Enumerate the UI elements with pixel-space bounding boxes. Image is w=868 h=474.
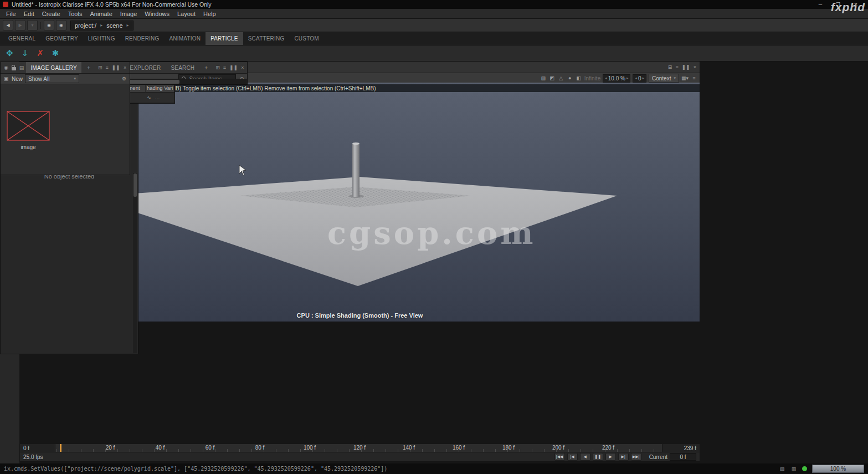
menu-edit[interactable]: Edit	[20, 10, 38, 18]
tick-label: 220 f	[602, 445, 614, 451]
col-shading-variables[interactable]: hading Vari	[146, 84, 174, 92]
breadcrumb-project[interactable]: project:/	[75, 22, 96, 29]
tab-rendering[interactable]: RENDERING	[120, 32, 165, 45]
close-panel-icon[interactable]: ×	[240, 62, 245, 73]
layout-split-icon[interactable]: ❚❚	[681, 62, 691, 73]
panel-lock-icon[interactable]	[11, 62, 17, 73]
show-filter-dropdown[interactable]: Show All▾	[25, 74, 79, 83]
particle-delete-tool-icon[interactable]: ✗	[37, 48, 44, 58]
layout-grid-icon[interactable]: ⊞	[667, 62, 674, 73]
tab-particle[interactable]: PARTICLE	[206, 32, 243, 45]
particle-move-tool-icon[interactable]: ✥	[6, 48, 13, 58]
layout-grid-icon[interactable]: ⊞	[214, 62, 221, 73]
status-bar: ix.cmds.SetValues(["project://scene/poly…	[0, 463, 868, 474]
tab-geometry[interactable]: GEOMETRY	[40, 32, 83, 45]
new-image-button[interactable]: New	[12, 76, 23, 82]
tab-search[interactable]: SEARCH	[166, 62, 199, 73]
tab-explorer[interactable]: EXPLORER	[125, 62, 165, 73]
cylinder-object[interactable]	[352, 144, 359, 197]
image-gallery-body: image	[1, 84, 130, 175]
divider	[40, 22, 41, 29]
play-button[interactable]: ▶	[605, 453, 616, 461]
tick-label: 100 f	[304, 445, 316, 451]
viewport-menu-icon[interactable]: ≡	[691, 74, 697, 82]
log-icon[interactable]: ▤	[779, 465, 785, 473]
layout-split-icon[interactable]: ❚❚	[111, 62, 121, 73]
command-log-text: ix.cmds.SetValues(["project://scene/poly…	[4, 466, 387, 472]
menu-animate[interactable]: Animate	[86, 10, 116, 18]
gamut-icon[interactable]: ◩	[549, 74, 556, 82]
pause-button[interactable]: ❚❚	[593, 453, 603, 461]
particle-shelf: ✥ ⇓ ✗ ✱	[0, 45, 868, 62]
layout-grid-icon[interactable]: ⊞	[97, 62, 104, 73]
tab-lighting[interactable]: LIGHTING	[83, 32, 120, 45]
history-dropdown-button[interactable]: ▾	[27, 20, 38, 30]
particle-scatter-tool-icon[interactable]: ✱	[52, 48, 59, 58]
fps-label: 25.0 fps	[23, 454, 43, 460]
context-grid-icon[interactable]: ▦▾	[681, 74, 689, 82]
gallery-item-label: image	[6, 144, 50, 150]
panel-stats-icon[interactable]: ▤	[18, 62, 25, 73]
menu-image[interactable]: Image	[116, 10, 141, 18]
menu-windows[interactable]: Windows	[141, 10, 173, 18]
current-frame-value[interactable]: 0 f	[670, 453, 696, 461]
samples-stepper[interactable]: ◂0▸	[633, 74, 646, 83]
new-image-icon: ▣	[3, 75, 9, 83]
tab-general[interactable]: GENERAL	[3, 32, 40, 45]
close-panel-icon[interactable]: ×	[122, 62, 127, 73]
menu-tools[interactable]: Tools	[64, 10, 86, 18]
layout-split-icon[interactable]: ❚❚	[228, 62, 239, 73]
close-panel-icon[interactable]: ×	[692, 62, 697, 73]
step-forward-button[interactable]: ▶|	[618, 453, 629, 461]
split-view-icon[interactable]: ◧	[576, 74, 582, 82]
panel-anchor-icon[interactable]: ◉	[3, 62, 9, 73]
add-tab-button[interactable]: +	[200, 62, 212, 73]
goto-start-button[interactable]: |◀◀	[554, 453, 565, 461]
step-back-button[interactable]: |◀	[567, 453, 578, 461]
tick-label: 200 f	[552, 445, 564, 451]
broken-image-thumbnail	[7, 111, 50, 141]
reload-button[interactable]: ◉	[44, 20, 54, 30]
current-frame-marker[interactable]	[60, 444, 61, 452]
sphere-preview-icon[interactable]: ●	[567, 74, 573, 82]
variables-link-icon[interactable]: ∿	[146, 94, 152, 101]
menu-layout[interactable]: Layout	[173, 10, 199, 18]
particle-import-tool-icon[interactable]: ⇓	[22, 48, 29, 58]
tab-animation[interactable]: ANIMATION	[165, 32, 206, 45]
breadcrumb[interactable]: project:/ ▸ scene ▸	[70, 21, 133, 30]
more-options-icon[interactable]: …	[154, 94, 161, 101]
tab-scattering[interactable]: SCATTERING	[243, 32, 290, 45]
image-gallery-header: ◉ ▤ IMAGE GALLERY + ⊞ ≡ ❚❚ ×	[1, 62, 130, 74]
layout-rows-icon[interactable]: ≡	[105, 62, 110, 73]
subsampling-stepper[interactable]: ◂10.0 %▸	[603, 74, 630, 83]
play-backward-button[interactable]: ◀	[580, 453, 590, 461]
texture-icon[interactable]: ▨	[540, 74, 547, 82]
menu-file[interactable]: File	[2, 10, 20, 18]
history-back-button[interactable]: ◀	[3, 20, 13, 30]
end-frame-box[interactable]: 239 f	[662, 444, 700, 452]
minimize-button[interactable]: ─	[815, 2, 825, 7]
gallery-item-image[interactable]: image	[6, 111, 50, 150]
tab-image-gallery[interactable]: IMAGE GALLERY	[26, 62, 81, 73]
breadcrumb-scene[interactable]: scene	[106, 22, 122, 29]
history-forward-button[interactable]: ▶	[15, 20, 25, 30]
menu-create[interactable]: Create	[38, 10, 64, 18]
mouse-cursor	[239, 165, 246, 175]
timeline-ruler[interactable]: 0 f 20 f 40 f 60 f 80 f 100 f 120 f 140 …	[19, 444, 700, 452]
warning-icon[interactable]: △	[558, 74, 564, 82]
tick-label: 20 f	[106, 445, 115, 451]
layout-rows-icon[interactable]: ≡	[222, 62, 227, 73]
gallery-settings-icon[interactable]: ⚙	[121, 75, 127, 83]
home-button[interactable]: ◉	[56, 20, 66, 30]
tab-custom[interactable]: CUSTOM	[289, 32, 323, 45]
start-frame-box[interactable]: 0 f	[20, 444, 55, 452]
attribute-scrollbar[interactable]	[133, 173, 137, 353]
add-tab-button[interactable]: +	[83, 62, 95, 73]
console-icon[interactable]: ▥	[790, 465, 797, 473]
menu-help[interactable]: Help	[199, 10, 220, 18]
app-icon	[3, 2, 8, 7]
tick-label: 80 f	[255, 445, 265, 451]
layout-rows-icon[interactable]: ≡	[674, 62, 679, 73]
context-dropdown[interactable]: Context▾	[649, 74, 679, 83]
goto-end-button[interactable]: ▶▶|	[631, 453, 641, 461]
